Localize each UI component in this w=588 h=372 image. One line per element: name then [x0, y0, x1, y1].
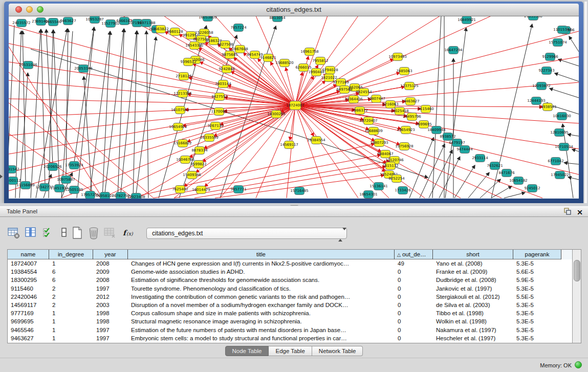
- graph-node[interactable]: 24035572: [12, 19, 31, 27]
- table-row[interactable]: 946362711997Embryonic stem cells: a mode…: [8, 334, 573, 342]
- graph-node[interactable]: 16647294: [444, 47, 463, 54]
- tab-node-table[interactable]: Node Table: [225, 346, 269, 356]
- graph-node[interactable]: 16961758: [300, 48, 319, 56]
- graph-node[interactable]: 16849921: [458, 16, 476, 24]
- graph-node[interactable]: 7632621: [487, 162, 503, 170]
- table-settings-icon[interactable]: [7, 226, 20, 239]
- graph-node[interactable]: 17375125: [400, 82, 419, 90]
- graph-node[interactable]: 6771042: [548, 158, 563, 165]
- graph-node[interactable]: 10973493: [388, 53, 407, 61]
- graph-node[interactable]: 15166822: [173, 140, 192, 147]
- graph-node[interactable]: 20206526: [43, 163, 62, 171]
- graph-node[interactable]: 2933114: [472, 155, 488, 162]
- graph-node[interactable]: 7955812: [312, 57, 328, 65]
- column-visibility-icon[interactable]: [25, 226, 38, 239]
- graph-node[interactable]: 12444193: [527, 97, 546, 105]
- graph-node[interactable]: 2718126: [176, 73, 192, 80]
- table-row[interactable]: 911546021997Tourette syndrome. Phenomeno…: [8, 285, 573, 293]
- graph-node-label: 11015344: [553, 28, 572, 32]
- graph-node[interactable]: 19384554: [307, 137, 325, 144]
- graph-node[interactable]: 26495796: [403, 113, 421, 121]
- network-canvas[interactable]: 2403557223691406946554694636271095328711…: [9, 16, 579, 199]
- new-table-icon[interactable]: [71, 226, 84, 239]
- table-cell: 6: [49, 268, 93, 276]
- table-row[interactable]: 1830029562008Estimation of significance …: [8, 276, 573, 284]
- graph-node[interactable]: 9245012: [524, 185, 540, 192]
- graph-node[interactable]: 10975887: [57, 176, 75, 184]
- graph-node[interactable]: 8471676: [498, 169, 515, 177]
- graph-node[interactable]: 10816030: [553, 113, 571, 120]
- graph-node[interactable]: 14569117: [280, 141, 298, 149]
- graph-node[interactable]: 16053809: [199, 16, 217, 21]
- table-selector-dropdown[interactable]: citations_edges.txt: [146, 228, 347, 239]
- table-cell: 5.5E-5: [513, 293, 561, 301]
- graph-node[interactable]: 9857771: [230, 186, 246, 193]
- row-select-icon[interactable]: [42, 226, 55, 239]
- graph-node[interactable]: 7485063: [396, 68, 412, 75]
- graph-node[interactable]: 10710534: [555, 143, 573, 151]
- graph-node[interactable]: 7986372: [352, 107, 367, 115]
- table-row[interactable]: 946554611997Estimation of the future num…: [8, 326, 573, 334]
- function-builder-icon[interactable]: f (x): [122, 226, 135, 239]
- graph-node[interactable]: 8813054: [269, 16, 286, 22]
- column-header-name[interactable]: name: [8, 250, 49, 259]
- table-row[interactable]: 977716911998Corpus callosum shape and si…: [8, 309, 573, 317]
- table-row[interactable]: 969969511998Structural magnetic resonanc…: [8, 317, 573, 325]
- table-row[interactable]: 1456911722003Disruption of a novel membe…: [8, 301, 573, 309]
- graph-node[interactable]: 15409346: [183, 171, 201, 179]
- graph-node[interactable]: 19654923: [397, 126, 415, 134]
- graph-node[interactable]: 15688520: [275, 59, 294, 67]
- tab-network-table[interactable]: Network Table: [312, 346, 363, 356]
- graph-node[interactable]: 18409944: [427, 126, 446, 134]
- table-row[interactable]: 2242004622012Investigating the contribut…: [8, 293, 573, 301]
- graph-node[interactable]: 15938541: [538, 103, 557, 111]
- graph-node[interactable]: 3267130: [207, 122, 223, 130]
- close-panel-icon[interactable]: ✕: [577, 208, 583, 217]
- graph-node[interactable]: 18720407: [359, 117, 378, 125]
- import-table-icon[interactable]: [103, 226, 117, 239]
- graph-node[interactable]: 9699695: [416, 121, 431, 128]
- graph-node[interactable]: 1733426: [395, 187, 411, 194]
- column-header-short[interactable]: short: [433, 250, 513, 259]
- graph-node-label: 20053346: [74, 67, 93, 71]
- graph-node[interactable]: 19463627: [401, 98, 420, 105]
- float-panel-icon[interactable]: [563, 207, 572, 217]
- graph-node[interactable]: 15136141: [369, 183, 388, 190]
- graph-node[interactable]: 10688639: [364, 127, 383, 135]
- graph-node[interactable]: 15751074: [549, 39, 567, 47]
- graph-node-label: 16543382: [185, 43, 204, 48]
- graph-node[interactable]: 10807447: [367, 95, 385, 103]
- column-header-title[interactable]: title: [128, 250, 395, 259]
- graph-node[interactable]: 9463627: [60, 17, 76, 25]
- column-header-pagerank[interactable]: pagerank: [513, 250, 561, 259]
- column-header-in_degree[interactable]: in_degree: [49, 250, 93, 259]
- delete-table-icon[interactable]: [87, 226, 100, 239]
- graph-node[interactable]: 9391542: [9, 166, 19, 173]
- table-row[interactable]: 1938455462009Genome-wide association stu…: [8, 268, 573, 276]
- graph-node[interactable]: 21035308: [524, 16, 542, 20]
- table-cell: 5.3E-5: [513, 259, 561, 268]
- graph-node[interactable]: 15716485: [290, 187, 309, 195]
- splitter-handle-icon[interactable]: [290, 204, 298, 206]
- graph-node[interactable]: 16107554: [171, 106, 189, 114]
- graph-node[interactable]: 12810695: [550, 129, 569, 137]
- graph-node[interactable]: 12093872: [532, 82, 551, 90]
- rows-icon[interactable]: [57, 226, 71, 239]
- network-graph[interactable]: 2403557223691406946554694636271095328711…: [9, 16, 579, 199]
- graph-node[interactable]: 18654301: [359, 191, 378, 199]
- graph-node[interactable]: 6794028: [322, 67, 338, 74]
- table-row[interactable]: 1872400712008Changes of HCN gene express…: [8, 259, 573, 268]
- tab-edge-table[interactable]: Edge Table: [269, 346, 312, 356]
- graph-node[interactable]: 17353924: [65, 162, 83, 169]
- table-scrollbar[interactable]: [572, 250, 581, 343]
- graph-node[interactable]: 9129966: [542, 53, 558, 61]
- graph-node[interactable]: 16335559: [200, 134, 219, 142]
- graph-node[interactable]: 7857224: [230, 24, 247, 32]
- graph-node[interactable]: 10654182: [509, 177, 528, 185]
- scrollbar-thumb[interactable]: [574, 260, 580, 281]
- column-header-year[interactable]: year: [93, 250, 128, 259]
- graph-node[interactable]: 9227343: [538, 67, 554, 75]
- column-header-out_de[interactable]: △out_de…: [395, 250, 433, 259]
- graph-node[interactable]: 17945022: [551, 171, 569, 179]
- window-titlebar[interactable]: citations_edges.txt: [9, 4, 579, 16]
